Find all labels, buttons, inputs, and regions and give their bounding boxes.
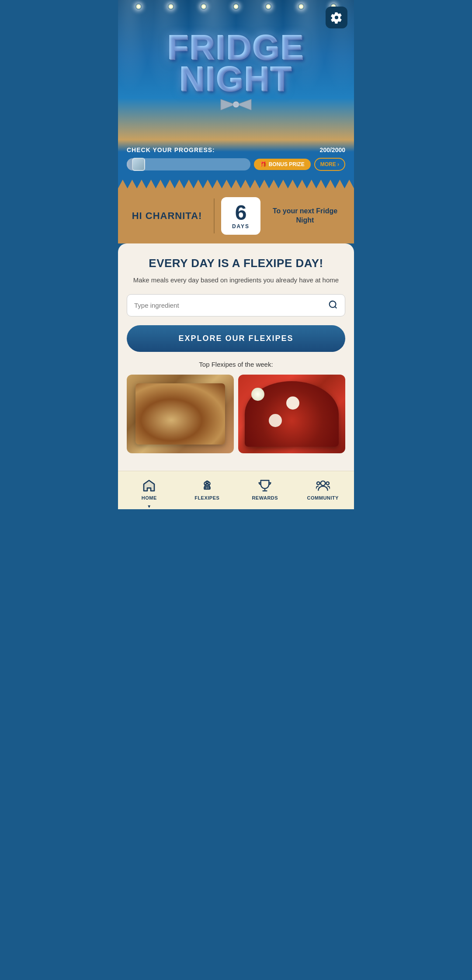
bow-tie-icon [219,97,253,112]
trophy-svg [258,479,272,493]
nav-item-flexipes[interactable]: FLEXIPES [178,476,236,503]
flexipe-subtitle: Make meals every day based on ingredient… [127,275,345,285]
search-box[interactable] [127,294,345,316]
svg-point-14 [320,481,325,486]
svg-point-4 [330,301,336,307]
ticket-section: HI CHARNITA! 6 DAYS To your next Fridge … [118,180,354,243]
progress-bar-container: 🎁 BONUS PRIZE MORE › [127,158,345,171]
explore-flexipes-button[interactable]: EXPLORE OUR FLEXIPES [127,325,345,352]
chef-svg [200,479,214,493]
progress-bar-track [127,158,250,170]
nav-home-label: HOME [142,495,157,500]
search-icon-button[interactable] [328,300,338,311]
progress-label: CHECK YOUR PROGRESS: [127,146,215,153]
nav-rewards-label: REWARDS [252,495,278,500]
chef-icon [199,478,215,493]
spotlight-dot [298,3,304,10]
ticket-divider [214,198,215,233]
community-icon [315,478,331,493]
svg-point-7 [206,481,208,483]
days-number: 6 [229,202,253,223]
progress-count: 200/2000 [320,146,345,153]
bonus-prize-label: BONUS PRIZE [269,161,305,167]
top-flexipes-label: Top Flexipes of the week: [127,361,345,368]
days-label: DAYS [229,223,253,229]
progress-header: CHECK YOUR PROGRESS: 200/2000 [127,146,345,153]
spotlight-dot [135,3,142,10]
spotlight-dot [201,3,207,10]
days-box: 6 DAYS [221,197,260,235]
main-content: EVERY DAY IS A FLEXIPE DAY! Make meals e… [118,243,354,471]
svg-point-16 [317,482,320,485]
ingredient-search-input[interactable] [134,302,328,309]
logo-fridge: FRIDGE [167,32,305,63]
bottom-nav: HOME FLEXIPES [118,471,354,509]
progress-section: CHECK YOUR PROGRESS: 200/2000 🎁 BONUS PR… [118,140,354,180]
settings-button[interactable] [326,7,347,28]
nav-flexipes-label: FLEXIPES [194,495,219,500]
more-button[interactable]: MORE › [314,158,345,171]
search-icon [328,300,338,309]
progress-thumb [132,158,145,171]
recipe-card[interactable] [238,375,345,453]
nav-item-home[interactable]: HOME [120,476,178,503]
ticket-content: HI CHARNITA! 6 DAYS To your next Fridge … [118,188,354,243]
trophy-icon [257,478,273,493]
logo-night: NIGHT [180,63,293,95]
bonus-prize-button[interactable]: 🎁 BONUS PRIZE [254,159,311,170]
progress-bar-fill [127,158,139,170]
svg-point-3 [234,102,238,107]
svg-line-5 [335,306,337,308]
flexipe-heading: EVERY DAY IS A FLEXIPE DAY! [127,257,345,270]
nav-community-label: COMMUNITY [307,495,339,500]
gear-icon [330,11,343,24]
logo-container: FRIDGE NIGHT [167,32,305,112]
gift-icon: 🎁 [260,161,267,167]
next-fridge-night-text: To your next Fridge Night [265,207,345,225]
ticket-top-edge [118,180,354,188]
spotlight-dot [233,3,239,10]
nav-item-rewards[interactable]: REWARDS [236,476,294,503]
svg-point-15 [326,482,329,485]
nav-item-community[interactable]: COMMUNITY [294,476,352,503]
community-svg [316,479,330,493]
spotlight-dot [265,3,271,10]
spotlight-dot [168,3,174,10]
recipe-card[interactable] [127,375,234,453]
spotlight-dots [118,0,354,13]
greeting-text: HI CHARNITA! [127,210,207,222]
home-svg [142,479,156,493]
recipe-grid [127,375,345,453]
hero-section: FRIDGE NIGHT [118,0,354,140]
home-icon [141,478,157,493]
